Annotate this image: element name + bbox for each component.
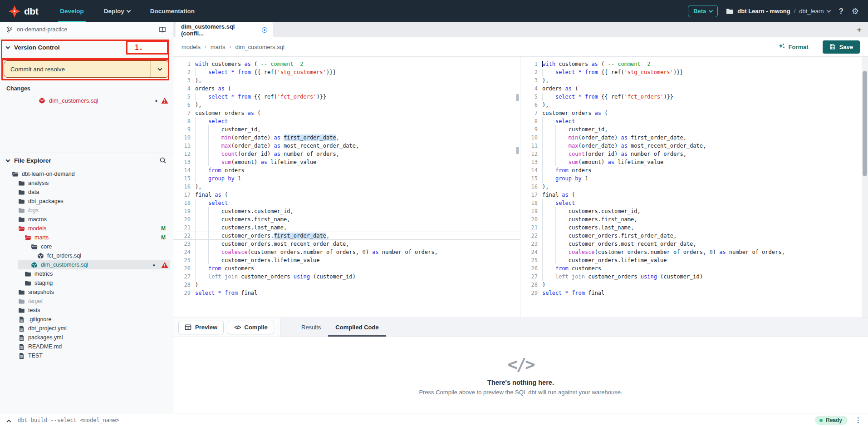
tree-item-dim-customers-sql[interactable]: dim_customers.sql• <box>18 260 170 269</box>
code-line[interactable]: 6), <box>520 101 862 109</box>
code-line[interactable]: 17final as ( <box>520 191 862 199</box>
code-editor-left-pane[interactable]: 1with customers as ( -- comment 22 selec… <box>173 57 520 318</box>
code-line[interactable]: 20 customers.first_name, <box>173 215 520 223</box>
tree-item-models[interactable]: modelsM <box>0 224 173 233</box>
preview-button[interactable]: Preview <box>178 321 224 334</box>
code-line[interactable]: 9 customer_id, <box>520 125 862 134</box>
tree-item-dbt-project-yml[interactable]: dbt_project.yml <box>0 324 173 333</box>
git-branch-row[interactable]: on-demand-practice <box>0 22 173 37</box>
code-line[interactable]: 27 left join customer_orders using (cust… <box>173 273 520 281</box>
code-line[interactable]: 7customer_orders as ( <box>520 109 862 117</box>
code-line[interactable]: 12 count(order_id) as number_of_orders, <box>520 150 862 158</box>
code-line[interactable]: 21 customers.last_name, <box>520 223 862 232</box>
code-line[interactable]: 24 coalesce(customer_orders.number_of_or… <box>173 248 520 256</box>
code-line[interactable]: 18 select <box>173 199 520 207</box>
code-line[interactable]: 8 select <box>173 117 520 125</box>
editor-tab-dim-customers[interactable]: dim_customers.sql (confli... <box>176 22 273 37</box>
tree-item-target[interactable]: target <box>0 297 173 306</box>
tree-item-macros[interactable]: macros <box>0 215 173 224</box>
code-line[interactable]: 17final as ( <box>173 191 520 199</box>
code-line[interactable]: 9 customer_id, <box>173 125 520 134</box>
chevron-up-icon[interactable] <box>7 419 11 424</box>
project-name[interactable]: dbt_learn <box>799 8 824 15</box>
tree-item-marts[interactable]: martsM <box>0 233 173 242</box>
code-line[interactable]: 3), <box>520 76 862 84</box>
code-line[interactable]: 26 from customers <box>173 264 520 273</box>
code-line[interactable]: 15 group by 1 <box>173 174 520 183</box>
code-line[interactable]: 3), <box>173 76 520 84</box>
code-line[interactable]: 13 sum(amount) as lifetime_value <box>173 158 520 166</box>
tree-item-fct-orders-sql[interactable]: fct_orders.sql <box>0 251 173 260</box>
chevron-down-icon[interactable] <box>827 8 831 13</box>
code-line[interactable]: 18 select <box>520 199 862 207</box>
tree-item-logs[interactable]: logs <box>0 206 173 215</box>
tree-item-test[interactable]: TEST <box>0 351 173 360</box>
nav-deploy[interactable]: Deploy <box>94 0 140 22</box>
compile-button[interactable]: </> Compile <box>228 321 274 334</box>
code-line[interactable]: 2 select * from {{ ref('stg_customers')}… <box>520 68 862 76</box>
code-line[interactable]: 1with customers as ( -- comment 2 <box>173 60 520 68</box>
code-line[interactable]: 28) <box>520 281 862 289</box>
file-explorer-header[interactable]: File Explorer <box>0 153 173 168</box>
code-editor-right-pane[interactable]: 1with customers as ( -- comment 22 selec… <box>520 57 862 318</box>
code-line[interactable]: 10 min(order_date) as first_order_date, <box>173 134 520 142</box>
code-line[interactable]: 22 customer_orders.first_order_date, <box>173 232 520 240</box>
code-line[interactable]: 16), <box>173 183 520 191</box>
tree-item-core[interactable]: core <box>0 242 173 251</box>
code-line[interactable]: 2 select * from {{ ref('stg_customers')}… <box>173 68 520 76</box>
beta-dropdown[interactable]: Beta <box>688 5 718 17</box>
code-line[interactable]: 13 sum(amount) as lifetime_value <box>520 158 862 166</box>
code-line[interactable]: 16), <box>520 183 862 191</box>
code-line[interactable]: 19 customers.customer_id, <box>520 207 862 215</box>
tree-item-packages-yml[interactable]: packages.yml <box>0 333 173 342</box>
code-line[interactable]: 4orders as ( <box>173 84 520 93</box>
nav-documentation[interactable]: Documentation <box>140 0 205 22</box>
code-line[interactable]: 5 select * from {{ ref('fct_orders')}} <box>520 93 862 101</box>
commit-dropdown-arrow[interactable] <box>151 61 169 77</box>
search-icon[interactable] <box>159 157 167 164</box>
code-line[interactable]: 19 customers.customer_id, <box>173 207 520 215</box>
kebab-menu-icon[interactable]: ⋮ <box>855 419 862 422</box>
tree-item-snapshots[interactable]: snapshots <box>0 288 173 297</box>
tree-item-readme-md[interactable]: README.md <box>0 342 173 351</box>
code-line[interactable]: 4orders as ( <box>520 84 862 93</box>
tree-item--gitignore[interactable]: .gitignore <box>0 315 173 324</box>
account-name[interactable]: dbt Learn - mwong <box>737 8 790 15</box>
command-input[interactable]: dbt build --select <model_name> <box>18 417 808 423</box>
code-line[interactable]: 14 from orders <box>520 166 862 174</box>
code-line[interactable]: 11 max(order_date) as most_recent_order_… <box>520 142 862 150</box>
nav-develop[interactable]: Develop <box>50 0 94 22</box>
tab-compiled-code[interactable]: Compiled Code <box>328 318 386 337</box>
code-line[interactable]: 15 group by 1 <box>520 174 862 183</box>
changed-file-item[interactable]: dim_customers.sql • <box>0 95 173 105</box>
code-line[interactable]: 10 min(order_date) as first_order_date, <box>520 134 862 142</box>
tree-item-dbt-learn-on-demand[interactable]: dbt-learn-on-demand <box>0 169 173 179</box>
tree-item-tests[interactable]: tests <box>0 306 173 315</box>
format-button[interactable]: Format <box>778 43 809 50</box>
breadcrumb-file[interactable]: dim_customers.sql <box>235 44 284 50</box>
code-line[interactable]: 1with customers as ( -- comment 2 <box>520 60 862 68</box>
code-line[interactable]: 26 from customers <box>520 264 862 273</box>
breadcrumb-marts[interactable]: marts <box>211 44 226 50</box>
new-tab-button[interactable]: + <box>857 25 862 34</box>
code-line[interactable]: 25 customer_orders.lifetime_value <box>520 256 862 264</box>
settings-gear-icon[interactable]: ⚙ <box>852 7 859 15</box>
commit-and-resolve-button[interactable]: Commit and resolve <box>4 60 169 78</box>
dbt-logo[interactable]: dbt <box>0 0 50 22</box>
tab-results[interactable]: Results <box>294 318 328 337</box>
code-line[interactable]: 7customer_orders as ( <box>173 109 520 117</box>
code-line[interactable]: 23 customer_orders.most_recent_order_dat… <box>173 240 520 248</box>
code-line[interactable]: 24 coalesce(customer_orders.number_of_or… <box>520 248 862 256</box>
code-line[interactable]: 27 left join customer_orders using (cust… <box>520 273 862 281</box>
code-line[interactable]: 25 customer_orders.lifetime_value <box>173 256 520 264</box>
code-line[interactable]: 8 select <box>520 117 862 125</box>
code-line[interactable]: 29select * from final <box>520 289 862 297</box>
tree-item-analysis[interactable]: analysis <box>0 179 173 188</box>
scrollbar-thumb[interactable] <box>863 71 867 176</box>
tree-item-staging[interactable]: staging <box>0 278 173 288</box>
code-line[interactable]: 21 customers.last_name, <box>173 223 520 232</box>
breadcrumb-models[interactable]: models <box>181 44 201 50</box>
tree-item-metrics[interactable]: metrics <box>0 269 173 278</box>
tree-item-data[interactable]: data <box>0 188 173 197</box>
code-line[interactable]: 29select * from final <box>173 289 520 297</box>
